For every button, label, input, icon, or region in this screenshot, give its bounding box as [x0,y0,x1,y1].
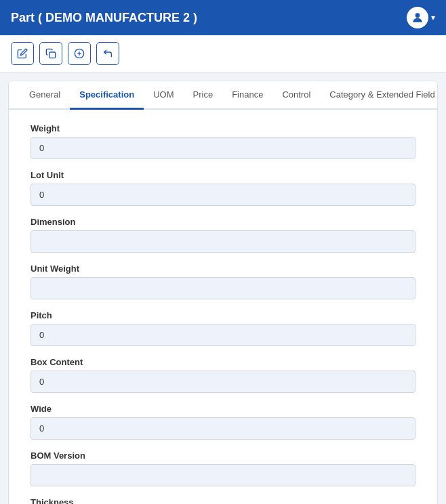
field-box-content: Box Content [31,357,415,393]
tab-category-extended[interactable]: Category & Extended Field [320,81,438,110]
app-header: Part ( DEMO MANUFACTURE 2 ) ▾ [0,0,446,35]
field-wide: Wide [31,404,415,440]
unit-weight-input[interactable] [31,277,415,299]
field-dimension: Dimension [31,217,415,253]
toolbar [0,35,446,72]
tab-bar: General Specification UOM Price Finance … [9,81,437,110]
chevron-down-icon: ▾ [431,13,435,22]
box-content-input[interactable] [31,371,415,393]
dimension-label: Dimension [31,217,415,227]
pitch-input[interactable] [31,324,415,346]
thickness-label: Thickness [31,497,415,504]
field-pitch: Pitch [31,310,415,346]
form-body: Weight Lot Unit Dimension Unit Weight Pi… [9,110,437,504]
weight-input[interactable] [31,137,415,159]
lot-unit-input[interactable] [31,184,415,206]
tab-finance[interactable]: Finance [222,81,272,110]
tab-price[interactable]: Price [184,81,223,110]
wide-input[interactable] [31,417,415,440]
pitch-label: Pitch [31,310,415,320]
add-button[interactable] [68,42,91,65]
bom-version-input[interactable] [31,464,415,486]
bom-version-label: BOM Version [31,450,415,461]
tab-control[interactable]: Control [272,81,320,110]
field-thickness: Thickness [31,497,415,504]
wide-label: Wide [31,404,415,414]
field-lot-unit: Lot Unit [31,170,415,206]
lot-unit-label: Lot Unit [31,170,415,180]
copy-button[interactable] [39,42,62,65]
svg-point-0 [415,13,420,18]
back-button[interactable] [96,42,119,65]
avatar[interactable] [407,7,428,28]
tab-uom[interactable]: UOM [144,81,183,110]
unit-weight-label: Unit Weight [31,264,415,274]
field-bom-version: BOM Version [31,450,415,486]
box-content-label: Box Content [31,357,415,367]
page-title: Part ( DEMO MANUFACTURE 2 ) [11,11,197,25]
edit-button[interactable] [11,42,34,65]
tab-general[interactable]: General [20,81,70,110]
svg-rect-1 [49,52,56,58]
user-menu[interactable]: ▾ [407,7,435,28]
main-content: General Specification UOM Price Finance … [8,81,438,504]
dimension-input[interactable] [31,230,415,253]
field-unit-weight: Unit Weight [31,264,415,299]
tab-specification[interactable]: Specification [70,81,144,110]
weight-label: Weight [31,123,415,133]
field-weight: Weight [31,123,415,159]
